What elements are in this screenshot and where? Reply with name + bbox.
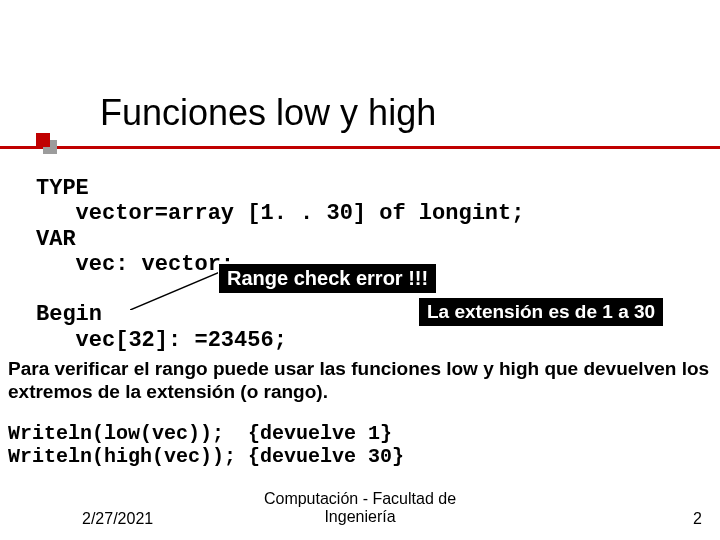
code-line: Writeln(high(vec)); {devuelve 30} <box>8 445 404 468</box>
title-bullet <box>36 133 50 147</box>
footer-center: Computación - Facultad de Ingeniería <box>0 490 720 527</box>
code-line: VAR <box>36 227 76 252</box>
pointer-line <box>130 272 220 310</box>
extension-callout: La extensión es de 1 a 30 <box>418 297 664 327</box>
code-line: vector=array [1. . 30] of longint; <box>36 201 524 226</box>
code-block-2: Writeln(low(vec)); {devuelve 1} Writeln(… <box>8 422 404 468</box>
slide-title: Funciones low y high <box>100 92 436 134</box>
code-line: Writeln(low(vec)); {devuelve 1} <box>8 422 392 445</box>
footer-page-number: 2 <box>693 510 702 528</box>
footer-center-line2: Ingeniería <box>324 508 395 525</box>
code-line: Begin <box>36 302 102 327</box>
title-underline <box>0 146 720 149</box>
range-error-callout: Range check error !!! <box>218 263 437 294</box>
explanation-paragraph: Para verificar el rango puede usar las f… <box>8 357 714 403</box>
code-line: vec[32]: =23456; <box>36 328 287 353</box>
footer: 2/27/2021 Computación - Facultad de Inge… <box>0 490 720 530</box>
code-line: TYPE <box>36 176 89 201</box>
footer-center-line1: Computación - Facultad de <box>264 490 456 507</box>
svg-line-0 <box>130 272 220 310</box>
slide: Funciones low y high TYPE vector=array [… <box>0 0 720 540</box>
